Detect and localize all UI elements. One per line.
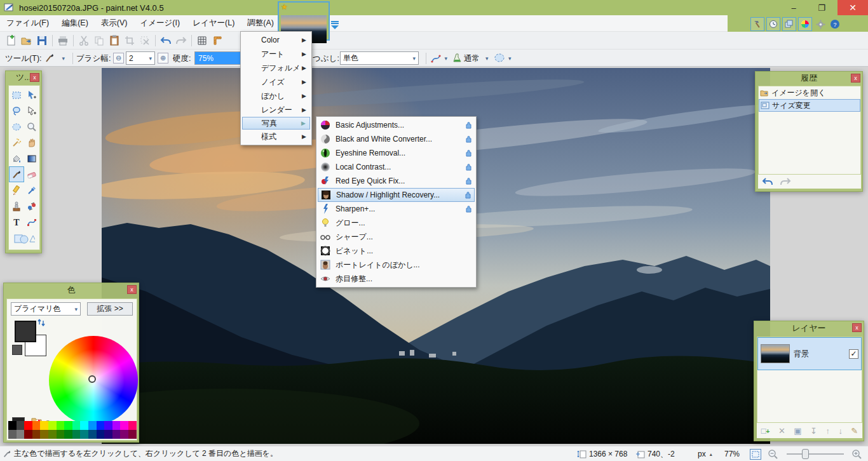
palette-swatch[interactable] <box>24 421 32 430</box>
palette-swatch[interactable] <box>17 430 25 439</box>
brush-width-decrease-button[interactable]: ⊖ <box>113 53 124 63</box>
tool-line-curve[interactable] <box>24 214 39 230</box>
tool-pencil[interactable] <box>9 182 24 198</box>
tool-text[interactable]: T <box>9 214 24 230</box>
palette-swatch[interactable] <box>128 430 137 439</box>
unit-selector[interactable]: px▴ <box>698 446 712 461</box>
submenu-item-basic-adjustments[interactable]: Basic Adjustments... <box>318 118 475 132</box>
blend-mode-value[interactable]: 通常 <box>464 53 480 64</box>
submenu-item-shadow-highlight-recovery[interactable]: Shadow / Highlight Recovery... <box>318 188 475 202</box>
submenu-item-eyeshine-removal[interactable]: Eyeshine Removal... <box>318 146 475 160</box>
tool-zoom[interactable] <box>24 119 39 135</box>
swap-colors-icon[interactable] <box>37 318 45 327</box>
submenu-item-glow[interactable]: グロー... <box>318 216 475 230</box>
deselect-button[interactable] <box>137 34 153 48</box>
palette-swatch[interactable] <box>97 421 105 430</box>
palette-swatch[interactable] <box>64 421 72 430</box>
antialiasing-button[interactable]: ▾ <box>428 51 450 65</box>
submenu-item-vignette[interactable]: ビネット... <box>318 244 475 258</box>
submenu-item-portrait-blur[interactable]: ポートレイトのぼかし... <box>318 258 475 272</box>
add-layer-button[interactable]: □+ <box>761 426 770 436</box>
tool-clone-stamp[interactable] <box>9 198 24 214</box>
restore-button[interactable]: ❐ <box>811 0 832 15</box>
palette-swatch[interactable] <box>24 430 32 439</box>
help-button[interactable]: ? <box>829 18 841 30</box>
palette-swatch[interactable] <box>8 421 17 430</box>
active-tool-button[interactable]: ▾ <box>42 51 67 65</box>
print-button[interactable] <box>55 34 71 48</box>
tool-pan[interactable] <box>24 135 39 150</box>
settings-button[interactable] <box>814 18 827 30</box>
tool-recolor[interactable] <box>24 198 39 214</box>
menu-layers[interactable]: レイヤー(L) <box>186 15 241 31</box>
menu-view[interactable]: 表示(V) <box>95 15 134 31</box>
effects-menu-item-stylize[interactable]: 様式▶ <box>242 130 310 144</box>
tool-eraser[interactable] <box>24 166 39 182</box>
menu-file[interactable]: ファイル(F) <box>0 15 55 31</box>
submenu-item-sharpen[interactable]: シャープ... <box>318 230 475 244</box>
palette-swatch[interactable] <box>48 430 57 439</box>
layer-visibility-checkbox[interactable]: ✓ <box>849 349 858 359</box>
palette-swatch[interactable] <box>72 430 81 439</box>
palette-swatch[interactable] <box>120 421 128 430</box>
palette-swatch[interactable] <box>112 430 121 439</box>
close-button[interactable]: ✕ <box>837 0 868 15</box>
tool-rectangle-select[interactable] <box>9 87 24 103</box>
grid-toggle-button[interactable] <box>194 34 210 48</box>
palette-swatch[interactable] <box>80 421 88 430</box>
layers-panel-close-button[interactable]: x <box>852 323 862 332</box>
palette-swatch[interactable] <box>128 421 137 430</box>
zoom-slider-track[interactable] <box>787 453 844 455</box>
palette-swatch[interactable] <box>40 421 48 430</box>
history-item[interactable]: イメージを開く <box>759 86 860 99</box>
palette-swatch[interactable] <box>104 421 112 430</box>
move-layer-up-button[interactable]: ↑ <box>825 426 830 436</box>
submenu-item-red-eye-quick-fix[interactable]: Red Eye Quick Fix... <box>318 174 475 188</box>
open-file-button[interactable] <box>19 34 34 48</box>
submenu-item-black-and-white-converter[interactable]: Black and White Converter... <box>318 132 475 146</box>
tool-color-picker[interactable] <box>24 182 39 198</box>
colors-panel-close-button[interactable]: x <box>127 285 137 294</box>
effects-menu-item-color[interactable]: Color▶ <box>242 33 310 47</box>
palette-swatch[interactable] <box>57 421 65 430</box>
colors-panel-toggle-button[interactable] <box>798 17 812 31</box>
tool-ellipse-select[interactable] <box>9 119 24 135</box>
copy-button[interactable] <box>92 34 107 48</box>
tool-move-selection[interactable] <box>24 103 39 119</box>
layer-row-background[interactable]: 背景 ✓ <box>757 337 862 370</box>
color-mode-combo[interactable]: プライマリ色▾ <box>11 302 81 316</box>
palette-swatch[interactable] <box>112 421 121 430</box>
tool-gradient[interactable] <box>24 150 39 166</box>
zoom-slider-thumb[interactable] <box>802 449 809 459</box>
palette-swatch[interactable] <box>8 430 17 439</box>
zoom-to-window-button[interactable] <box>750 449 761 460</box>
effects-menu-item-render[interactable]: レンダー▶ <box>242 103 310 117</box>
palette-swatch[interactable] <box>17 421 25 430</box>
move-layer-down-button[interactable]: ↓ <box>838 426 843 436</box>
palette-swatch[interactable] <box>40 430 48 439</box>
brush-width-increase-button[interactable]: ⊕ <box>158 53 168 63</box>
delete-layer-button[interactable]: ✕ <box>778 426 785 436</box>
tool-magic-wand[interactable] <box>9 135 24 150</box>
tool-paintbrush[interactable] <box>9 166 24 182</box>
palette-swatch[interactable] <box>72 421 81 430</box>
history-panel-close-button[interactable]: x <box>851 74 860 83</box>
tool-lasso-select[interactable] <box>9 103 24 119</box>
zoom-in-button[interactable] <box>851 449 862 460</box>
fill-style-combo[interactable]: 単色▾ <box>340 51 419 65</box>
color-wheel-cursor[interactable] <box>88 375 96 383</box>
palette-swatch[interactable] <box>48 421 57 430</box>
new-file-button[interactable] <box>4 34 19 48</box>
submenu-item-red-eye-removal[interactable]: 赤目修整... <box>318 272 475 286</box>
effects-menu-item-blur[interactable]: ぼかし▶ <box>242 89 310 103</box>
selection-mode-arrow[interactable]: ▾ <box>508 55 512 62</box>
expand-button[interactable]: 拡張 >> <box>87 302 133 316</box>
crop-button[interactable] <box>122 34 137 48</box>
palette-swatch[interactable] <box>120 430 128 439</box>
effects-menu-item-distort[interactable]: デフォルメ▶ <box>242 61 310 75</box>
palette-swatch[interactable] <box>32 430 41 439</box>
effects-menu-item-noise[interactable]: ノイズ▶ <box>242 75 310 89</box>
palette-swatch[interactable] <box>32 421 41 430</box>
brush-width-combo[interactable]: 2▾ <box>126 51 155 65</box>
tools-panel-toggle-button[interactable] <box>750 17 764 31</box>
